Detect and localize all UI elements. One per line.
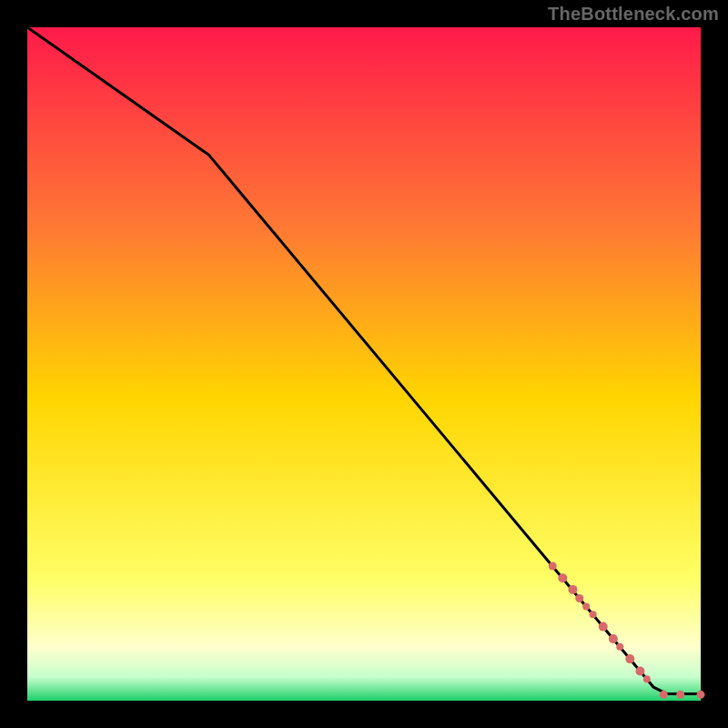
plot-area [27,27,701,701]
data-point [568,585,577,594]
data-point [676,691,684,699]
watermark-label: TheBottleneck.com [548,4,719,25]
data-point [609,634,618,643]
data-point [660,691,668,699]
data-point [549,562,557,571]
bottleneck-chart [0,0,728,728]
data-point [625,654,634,663]
data-point [582,602,590,610]
data-point [616,643,623,651]
chart-container: TheBottleneck.com [0,0,728,728]
data-point [590,611,597,618]
data-point [558,573,567,582]
data-point [575,594,583,602]
data-point [643,675,651,682]
data-point [599,622,608,632]
data-point [697,691,705,699]
data-point [635,666,644,675]
